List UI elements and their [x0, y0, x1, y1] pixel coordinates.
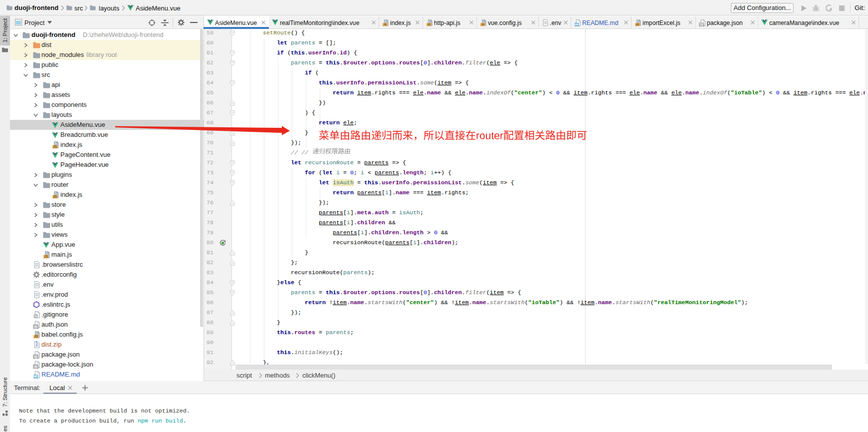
svg-text:MD: MD — [575, 22, 580, 26]
svg-text:{O}: {O} — [33, 365, 38, 369]
svg-text:JS: JS — [636, 22, 639, 26]
svg-text:{O}: {O} — [699, 22, 704, 26]
svg-text:JS: JS — [44, 255, 48, 258]
svg-text:JS: JS — [53, 145, 57, 148]
svg-text:MD: MD — [33, 375, 38, 378]
svg-text:{O}: {O} — [33, 355, 38, 359]
svg-text:JS: JS — [34, 335, 38, 338]
svg-text:JS: JS — [53, 195, 57, 198]
svg-text:JS: JS — [481, 22, 484, 26]
svg-text:JS: JS — [383, 22, 387, 26]
svg-text:{O}: {O} — [33, 325, 38, 329]
svg-text:JS: JS — [427, 22, 431, 26]
